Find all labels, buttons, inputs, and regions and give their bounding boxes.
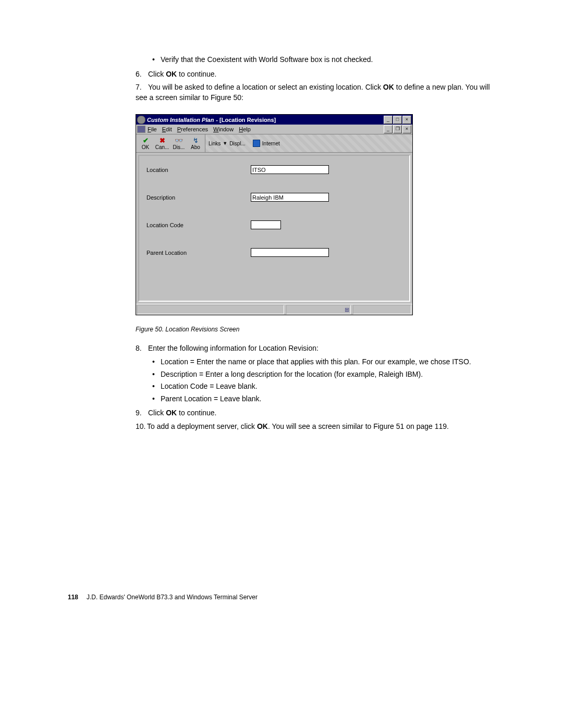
figure-caption: Figure 50. Location Revisions Screen	[136, 326, 495, 333]
step-9: 9.Click OK to continue.	[136, 408, 490, 418]
close-button[interactable]: ×	[402, 116, 411, 124]
step-text: Enter the following information for Loca…	[148, 344, 319, 352]
window-title-bold: - [Location Revisions]	[216, 117, 276, 123]
menu-edit[interactable]: Edit	[162, 126, 172, 132]
display-button[interactable]: 👓 Dis...	[170, 135, 187, 152]
toolbar-displ-link[interactable]: Displ...	[229, 141, 246, 146]
bullet-text: Location Code = Leave blank.	[150, 381, 490, 392]
bullet-text: Location = Enter the name or place that …	[150, 357, 490, 367]
menu-window[interactable]: Window	[213, 126, 234, 132]
mdi-restore-button[interactable]: ❐	[393, 125, 402, 133]
chevron-down-icon[interactable]: ▼	[223, 141, 227, 146]
step-number: 6.	[136, 69, 148, 80]
form-panel: Location Description Location Code Paren…	[138, 155, 410, 302]
step-6: 6.Click OK to continue.	[136, 69, 490, 80]
check-icon: ✔	[143, 136, 149, 144]
mdi-minimize-button[interactable]: _	[384, 125, 393, 133]
bullet-text: Description = Enter a long description f…	[150, 369, 490, 380]
toolbar-links-label: Links	[209, 141, 221, 146]
cancel-button[interactable]: ✖ Can...	[154, 135, 170, 152]
step-7: 7.You will be asked to define a location…	[136, 82, 490, 103]
bullet-text: Verify that the Coexistent with World So…	[150, 55, 490, 65]
step-text: Click OK to continue.	[148, 70, 217, 78]
step-text: To add a deployment server, click OK. Yo…	[147, 422, 449, 430]
screenshot-window: Custom Installation Plan - [Location Rev…	[136, 114, 413, 315]
toolbar-internet-link[interactable]: Internet	[262, 141, 280, 146]
parentlocation-input[interactable]	[251, 248, 329, 257]
step-number: 10.	[136, 422, 147, 432]
page-footer: 118J.D. Edwards' OneWorld B73.3 and Wind…	[68, 588, 495, 601]
step-8: 8.Enter the following information for Lo…	[136, 343, 490, 354]
step-10: 10.To add a deployment server, click OK.…	[136, 422, 490, 432]
menu-help[interactable]: Help	[239, 126, 251, 132]
maximize-button[interactable]: □	[393, 116, 402, 124]
minimize-button[interactable]: _	[384, 116, 393, 124]
statusbar: ⊞	[136, 304, 412, 315]
locationcode-label: Location Code	[146, 222, 251, 228]
page-number: 118	[68, 594, 78, 601]
footer-text: J.D. Edwards' OneWorld B73.3 and Windows…	[87, 594, 258, 601]
about-button[interactable]: ↯ Abo	[187, 135, 204, 152]
titlebar: Custom Installation Plan - [Location Rev…	[136, 115, 412, 125]
ok-button[interactable]: ✔ OK	[137, 135, 154, 152]
app-icon	[137, 116, 145, 124]
statusbar-icon: ⊞	[345, 306, 349, 313]
locationcode-input[interactable]	[251, 220, 281, 229]
x-icon: ✖	[160, 136, 165, 144]
location-label: Location	[146, 167, 251, 173]
binoculars-icon: 👓	[175, 136, 183, 144]
parentlocation-label: Parent Location	[146, 250, 251, 256]
mdi-close-button[interactable]: ×	[402, 125, 411, 133]
description-label: Description	[146, 194, 251, 201]
description-input[interactable]	[251, 193, 329, 202]
menubar: File Edit Preferences Window Help _ ❐ ×	[136, 125, 412, 134]
menu-file[interactable]: File	[148, 126, 157, 132]
internet-icon	[253, 140, 260, 147]
step-text: You will be asked to define a location o…	[136, 83, 490, 102]
window-title-italic: Custom Installation Plan	[147, 117, 214, 123]
step-text: Click OK to continue.	[148, 409, 217, 417]
mdi-icon	[137, 126, 145, 133]
step-number: 8.	[136, 343, 148, 354]
step-number: 7.	[136, 82, 148, 93]
menu-preferences[interactable]: Preferences	[177, 126, 208, 132]
toolbar: ✔ OK ✖ Can... 👓 Dis... ↯ Abo Links ▼	[136, 134, 412, 152]
bullet-text: Parent Location = Leave blank.	[150, 394, 490, 404]
location-input[interactable]	[251, 165, 329, 174]
arrow-icon: ↯	[193, 136, 199, 144]
step-number: 9.	[136, 408, 148, 418]
